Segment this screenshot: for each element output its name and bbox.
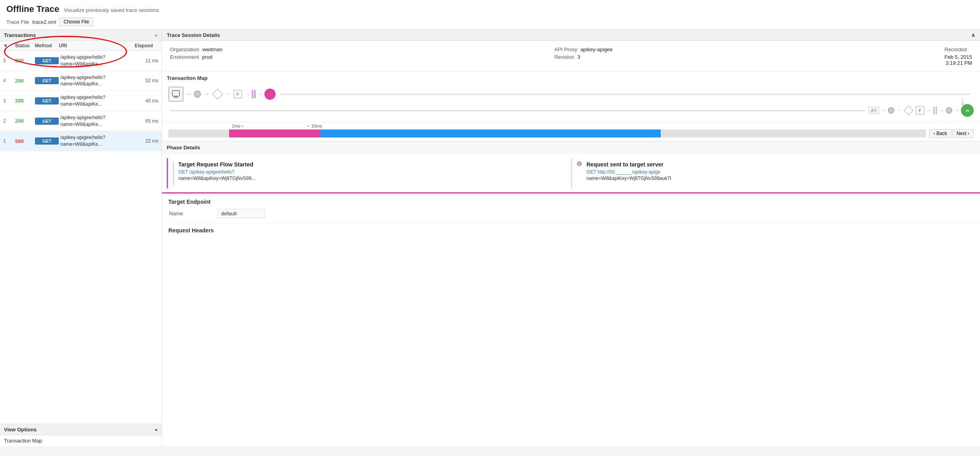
pink-circle-icon[interactable] — [264, 89, 276, 100]
session-info: Organization wwitman Environment prod AP… — [162, 41, 980, 72]
trace-file-name: trace2.xml — [32, 19, 56, 25]
phase-card-1: Target Request Flow Started GET /apikey-… — [167, 158, 571, 188]
arrow-icon: → — [226, 91, 231, 97]
phase-details-section: Phase Details Target Request Flow Starte… — [162, 141, 980, 193]
timeline-bar — [168, 129, 926, 137]
f-box-bottom: F — [916, 106, 924, 115]
top-flow-row: → → → F → — [168, 87, 974, 102]
timeline-area: 1ms ⌐ ⌐ 10ms ‹ Back Next › — [162, 122, 980, 141]
info-row-org: Organization wwitman — [170, 46, 222, 52]
page-subtitle: Visualize previously saved trace session… — [64, 7, 160, 13]
row-num: 2 — [3, 118, 15, 124]
back-button[interactable]: ‹ Back — [929, 129, 951, 138]
organization-label: Organization — [170, 46, 199, 52]
arrow-icon: → — [954, 107, 959, 114]
arrow-icon: → — [185, 90, 192, 99]
phase1-title: Target Request Flow Started — [178, 161, 255, 168]
device-icon — [168, 87, 183, 102]
phase2-title: Request sent to target server — [586, 161, 671, 168]
phase-card-2: Request sent to target server GET http:/… — [571, 158, 975, 188]
next-button[interactable]: Next › — [952, 129, 974, 138]
arrow-icon: → — [926, 107, 932, 114]
view-options-content: Transaction Map — [0, 435, 162, 446]
uri-text: /apikey-apigee/hello?name=Will&apiKe... — [59, 134, 135, 148]
table-row[interactable]: 4 200 GET /apikey-apigee/hello?name=Will… — [0, 71, 162, 91]
col-method: Method — [35, 43, 59, 48]
table-column-headers: ▼ Status Method URI Elapsed — [0, 41, 162, 51]
method-badge[interactable]: GET — [35, 137, 59, 145]
trace-session-header: Trace Session Details ∧ — [162, 30, 980, 41]
phase-details-header: Phase Details — [162, 141, 980, 154]
request-headers-title: Request Headers — [168, 227, 974, 234]
header-top: Offline Trace Visualize previously saved… — [6, 4, 974, 14]
recorded-label: Recorded — [945, 46, 967, 52]
row-num: 5 — [3, 58, 15, 64]
col-elapsed: Elapsed — [135, 43, 158, 48]
gray-circle-3 — [946, 107, 952, 114]
request-headers-section: Request Headers — [162, 224, 980, 238]
transaction-map-area: → → → F → — [162, 83, 980, 122]
flow-line-bottom — [170, 110, 865, 111]
phase2-url: name=Will&apiKey=Wj8TGjNvS99auk7I — [586, 176, 671, 181]
arrow-icon: → — [939, 107, 944, 114]
environment-label: Environment — [170, 54, 199, 60]
right-panel: Trace Session Details ∧ Organization wwi… — [162, 30, 980, 446]
transactions-header: Transactions « — [0, 30, 162, 41]
header: Offline Trace Visualize previously saved… — [0, 0, 980, 30]
transactions-label: Transactions — [4, 32, 36, 38]
ax-box-icon: AX — [868, 107, 879, 114]
timeline-labels: 1ms ⌐ ⌐ 10ms — [168, 124, 974, 128]
phase1-get: GET /apikey-apigee/hello? — [178, 169, 255, 175]
table-row[interactable]: 1 500 GET /apikey-apigee/hello?name=Will… — [0, 131, 162, 151]
svg-rect-2 — [173, 97, 179, 98]
collapse-transactions-btn[interactable]: « — [155, 33, 158, 38]
view-options-collapse-icon[interactable]: « — [155, 427, 158, 433]
arrow-icon: → — [245, 91, 250, 97]
phase-card-1-content: Target Request Flow Started GET /apikey-… — [178, 161, 255, 181]
elapsed-text: 11 ms — [135, 58, 158, 64]
gray-bars-icon — [933, 106, 937, 114]
method-badge[interactable]: GET — [35, 57, 59, 64]
status-badge: 200 — [15, 98, 35, 104]
timeline-bar-container: ‹ Back Next › — [168, 129, 974, 138]
info-row-recorded-label: Recorded — [945, 46, 972, 52]
view-options-header[interactable]: View Options « — [0, 424, 162, 435]
timeline-pink-segment — [229, 129, 320, 137]
arrow-icon: → — [203, 90, 210, 99]
bottom-flow-row: AX → → F → — [168, 102, 974, 119]
info-row-proxy: API Proxy apikey-apigee — [554, 46, 613, 52]
info-group-recorded: Recorded Feb 5, 20153:19:21 PM — [945, 46, 972, 66]
card-divider — [173, 161, 174, 185]
transaction-map-label: Transaction Map — [162, 72, 980, 83]
elapsed-text: 22 ms — [135, 138, 158, 144]
collapse-trace-session-icon[interactable]: ∧ — [971, 32, 975, 38]
arrow-icon: → — [881, 107, 886, 114]
table-row[interactable]: 3 200 GET /apikey-apigee/hello?name=Will… — [0, 91, 162, 111]
phase1-url: name=Will&apiKey=Wj8TGjNvS99... — [178, 176, 255, 181]
choose-file-button[interactable]: Choose File — [59, 17, 93, 26]
diamond-icon-bottom — [903, 105, 913, 115]
info-group-proxy-rev: API Proxy apikey-apigee Revision 3 — [554, 46, 613, 66]
method-badge[interactable]: GET — [35, 118, 59, 125]
vertical-bars-icon — [252, 90, 256, 99]
col-status: Status — [15, 43, 35, 48]
timeline-blue-segment — [320, 129, 661, 137]
left-panel: Transactions « ▼ Status Method URI Elaps… — [0, 30, 162, 446]
arrow-icon: → — [257, 91, 263, 97]
table-row[interactable]: 5 200 GET /apikey-apigee/hello?name=Will… — [0, 51, 162, 71]
flow-line — [280, 94, 970, 95]
table-row[interactable]: 2 200 GET /apikey-apigee/hello?name=Will… — [0, 111, 162, 131]
phase-card-2-content: Request sent to target server GET http:/… — [586, 161, 671, 181]
timeline-label-10ms: ⌐ 10ms — [307, 124, 322, 128]
col-uri: URI — [59, 43, 135, 48]
name-label: Name — [169, 209, 217, 218]
trace-file-row: Trace File trace2.xml Choose File — [6, 17, 974, 26]
diamond-icon — [212, 89, 223, 100]
method-badge[interactable]: GET — [35, 97, 59, 104]
arrow-icon: → — [896, 107, 901, 114]
status-badge: 200 — [15, 78, 35, 84]
table-row: Name default — [169, 209, 973, 218]
environment-value: prod — [202, 54, 212, 60]
method-badge[interactable]: GET — [35, 77, 59, 84]
page-title: Offline Trace — [6, 4, 59, 14]
